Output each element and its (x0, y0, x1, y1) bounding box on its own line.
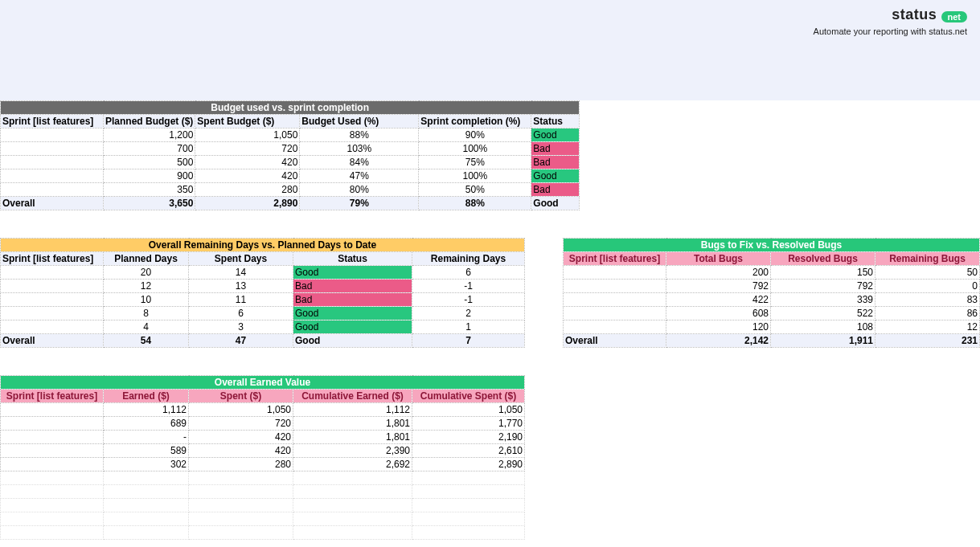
cell-status[interactable]: Bad (531, 183, 580, 197)
cell-remaining[interactable]: -1 (412, 280, 525, 293)
cell-sprint[interactable] (1, 444, 104, 458)
cell-remaining[interactable]: 86 (875, 307, 980, 320)
cell-resolved[interactable]: 792 (771, 280, 875, 293)
cell-sprint[interactable] (564, 280, 666, 293)
cell-sprint[interactable] (1, 293, 104, 307)
cell-total[interactable]: 422 (666, 293, 771, 307)
cell-sprint[interactable] (1, 320, 104, 334)
cell-used[interactable]: 88% (300, 129, 419, 142)
cell-used[interactable]: 47% (300, 169, 419, 183)
cell-sprint[interactable] (564, 320, 666, 334)
cell-sprint[interactable] (1, 142, 104, 156)
cell-status[interactable]: Good (293, 320, 412, 334)
cell-status[interactable]: Bad (293, 280, 412, 293)
cell-cspent[interactable]: 1,770 (412, 417, 525, 431)
cell-cearned[interactable]: 2,390 (293, 444, 412, 458)
cell-sprint[interactable] (1, 156, 104, 169)
cell-sprint[interactable] (1, 183, 104, 197)
cell-spent[interactable]: 420 (195, 169, 300, 183)
cell-resolved[interactable]: 339 (771, 293, 875, 307)
cell-cspent[interactable]: 2,190 (412, 431, 525, 444)
cell-used[interactable]: 84% (300, 156, 419, 169)
cell-remaining[interactable]: 0 (875, 280, 980, 293)
cell-spent[interactable]: 3 (189, 320, 293, 334)
cell-used[interactable]: 80% (300, 183, 419, 197)
cell-sprint[interactable] (1, 280, 104, 293)
cell-total[interactable]: 200 (666, 266, 771, 280)
cell-sprint[interactable] (564, 266, 666, 280)
cell-remaining[interactable]: -1 (412, 293, 525, 307)
cell-sprint[interactable] (564, 293, 666, 307)
cell-earned[interactable]: 589 (104, 444, 189, 458)
cell-cspent[interactable]: 1,050 (412, 403, 525, 417)
cell-planned[interactable]: 500 (104, 156, 195, 169)
cell-earned[interactable]: - (104, 431, 189, 444)
cell-resolved[interactable]: 108 (771, 320, 875, 334)
cell-planned[interactable]: 900 (104, 169, 195, 183)
cell-remaining[interactable]: 50 (875, 266, 980, 280)
cell-remaining[interactable]: 12 (875, 320, 980, 334)
cell-remaining[interactable]: 83 (875, 293, 980, 307)
cell-completion[interactable]: 50% (419, 183, 531, 197)
cell-cspent[interactable]: 2,890 (412, 458, 525, 471)
cell-resolved[interactable]: 150 (771, 266, 875, 280)
cell-spent[interactable]: 1,050 (195, 129, 300, 142)
cell-sprint[interactable] (1, 431, 104, 444)
cell-planned[interactable]: 1,200 (104, 129, 195, 142)
cell-completion[interactable]: 75% (419, 156, 531, 169)
cell-sprint[interactable] (1, 266, 104, 280)
cell-status[interactable]: Bad (293, 293, 412, 307)
cell-cearned[interactable]: 1,801 (293, 431, 412, 444)
cell-status[interactable]: Good (293, 307, 412, 320)
cell-spent[interactable]: 13 (189, 280, 293, 293)
cell-used[interactable]: 103% (300, 142, 419, 156)
cell-cearned[interactable]: 1,801 (293, 417, 412, 431)
cell-cspent[interactable]: 2,610 (412, 444, 525, 458)
cell-earned[interactable]: 1,112 (104, 403, 189, 417)
cell-resolved[interactable]: 522 (771, 307, 875, 320)
cell-spent[interactable]: 280 (189, 458, 293, 471)
cell-status[interactable]: Bad (531, 142, 580, 156)
cell-remaining[interactable]: 1 (412, 320, 525, 334)
cell-planned[interactable]: 12 (104, 280, 189, 293)
cell-spent[interactable]: 1,050 (189, 403, 293, 417)
cell-spent[interactable]: 420 (189, 444, 293, 458)
cell-status[interactable]: Bad (531, 156, 580, 169)
cell-spent[interactable]: 420 (195, 156, 300, 169)
cell-remaining[interactable]: 6 (412, 266, 525, 280)
cell-planned[interactable]: 700 (104, 142, 195, 156)
cell-planned[interactable]: 350 (104, 183, 195, 197)
cell-total[interactable]: 608 (666, 307, 771, 320)
cell-completion[interactable]: 100% (419, 142, 531, 156)
cell-spent[interactable]: 14 (189, 266, 293, 280)
cell-earned[interactable]: 689 (104, 417, 189, 431)
cell-sprint[interactable] (564, 307, 666, 320)
cell-spent[interactable]: 420 (189, 431, 293, 444)
cell-total[interactable]: 792 (666, 280, 771, 293)
cell-sprint[interactable] (1, 458, 104, 471)
cell-completion[interactable]: 90% (419, 129, 531, 142)
cell-spent[interactable]: 280 (195, 183, 300, 197)
cell-sprint[interactable] (1, 169, 104, 183)
cell-sprint[interactable] (1, 403, 104, 417)
cell-status[interactable]: Good (293, 266, 412, 280)
cell-planned[interactable]: 20 (104, 266, 189, 280)
cell-total[interactable]: 120 (666, 320, 771, 334)
cell-completion[interactable]: 100% (419, 169, 531, 183)
cell-status[interactable]: Good (531, 169, 580, 183)
cell-planned[interactable]: 10 (104, 293, 189, 307)
cell-sprint[interactable] (1, 307, 104, 320)
cell-planned[interactable]: 4 (104, 320, 189, 334)
cell-sprint[interactable] (1, 417, 104, 431)
cell-spent[interactable]: 11 (189, 293, 293, 307)
cell-remaining[interactable]: 2 (412, 307, 525, 320)
cell-cearned[interactable]: 1,112 (293, 403, 412, 417)
cell-spent[interactable]: 6 (189, 307, 293, 320)
cell-spent[interactable]: 720 (195, 142, 300, 156)
cell-spent[interactable]: 720 (189, 417, 293, 431)
cell-status[interactable]: Good (531, 129, 580, 142)
cell-planned[interactable]: 8 (104, 307, 189, 320)
cell-sprint[interactable] (1, 129, 104, 142)
cell-cearned[interactable]: 2,692 (293, 458, 412, 471)
cell-earned[interactable]: 302 (104, 458, 189, 471)
